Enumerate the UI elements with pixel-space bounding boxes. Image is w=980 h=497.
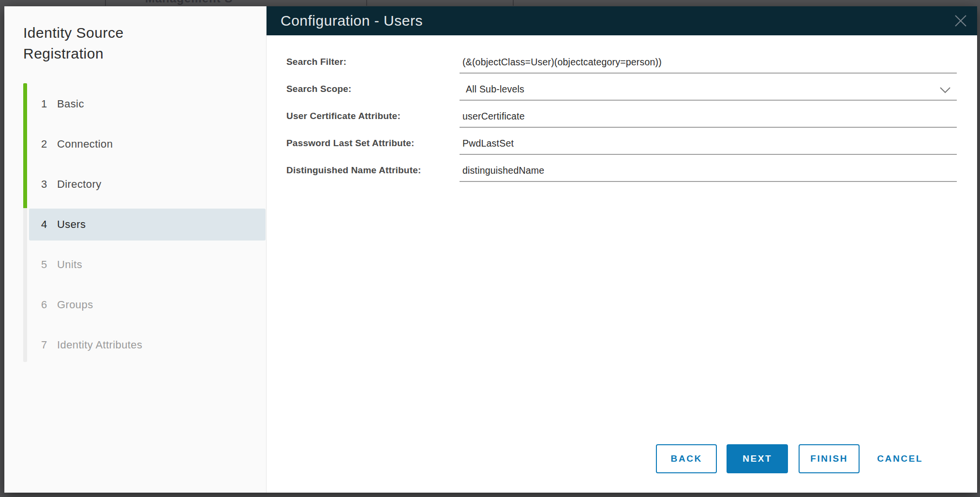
- search-filter-label: Search Filter:: [286, 55, 460, 69]
- user-certificate-attribute-value: userCertificate: [462, 111, 525, 121]
- step-number: 7: [41, 339, 57, 351]
- step-number: 2: [41, 138, 57, 151]
- wizard-step-groups[interactable]: 6 Groups: [29, 289, 266, 321]
- step-number: 6: [41, 299, 57, 311]
- search-scope-row: Search Scope: All Sub-levels: [286, 82, 957, 101]
- step-label: Connection: [57, 138, 113, 151]
- background-divider: [105, 0, 106, 6]
- step-label: Basic: [57, 98, 84, 110]
- search-scope-select[interactable]: All Sub-levels: [460, 82, 957, 101]
- step-label: Users: [57, 218, 86, 231]
- user-certificate-attribute-row: User Certificate Attribute: userCertific…: [286, 109, 957, 128]
- configuration-panel: Configuration - Users Search Filter: (&(…: [267, 6, 977, 493]
- search-filter-row: Search Filter: (&(objectClass=User)(obje…: [286, 55, 957, 74]
- wizard-step-basic[interactable]: 1 Basic: [29, 88, 266, 120]
- wizard-step-connection[interactable]: 2 Connection: [29, 128, 266, 160]
- dialog-header: Configuration - Users: [267, 6, 977, 35]
- users-configuration-form: Search Filter: (&(objectClass=User)(obje…: [267, 35, 977, 191]
- distinguished-name-attribute-row: Distinguished Name Attribute: distinguis…: [286, 164, 957, 182]
- step-label: Groups: [57, 299, 93, 311]
- wizard-step-users[interactable]: 4 Users: [29, 209, 266, 241]
- dialog-title: Configuration - Users: [281, 13, 423, 29]
- wizard-steps-list: 1 Basic 2 Connection 3 Directory 4 Users…: [4, 88, 266, 369]
- step-number: 1: [41, 98, 57, 110]
- wizard-title: Identity Source Registration: [23, 22, 197, 64]
- password-last-set-attribute-row: Password Last Set Attribute: PwdLastSet: [286, 136, 957, 155]
- next-button[interactable]: NEXT: [727, 444, 788, 473]
- wizard-step-identity-attributes[interactable]: 7 Identity Attributes: [29, 329, 266, 361]
- step-label: Directory: [57, 178, 102, 191]
- distinguished-name-attribute-value: distinguishedName: [462, 165, 544, 176]
- distinguished-name-attribute-input[interactable]: distinguishedName: [460, 164, 957, 182]
- password-last-set-attribute-label: Password Last Set Attribute:: [286, 136, 460, 150]
- step-number: 3: [41, 178, 57, 191]
- search-filter-value: (&(objectClass=User)(objectcategory=pers…: [462, 57, 662, 67]
- distinguished-name-attribute-label: Distinguished Name Attribute:: [286, 164, 460, 177]
- step-number: 5: [41, 258, 57, 271]
- background-page-text: Management S: [145, 0, 233, 5]
- password-last-set-attribute-value: PwdLastSet: [462, 138, 514, 149]
- back-button[interactable]: BACK: [656, 444, 717, 473]
- user-certificate-attribute-input[interactable]: userCertificate: [460, 109, 957, 128]
- close-icon[interactable]: [952, 13, 969, 29]
- password-last-set-attribute-input[interactable]: PwdLastSet: [460, 136, 957, 155]
- step-label: Identity Attributes: [57, 339, 142, 351]
- search-scope-value: All Sub-levels: [466, 84, 524, 94]
- search-scope-label: Search Scope:: [286, 82, 460, 96]
- finish-button[interactable]: FINISH: [799, 444, 860, 473]
- background-divider: [366, 0, 367, 6]
- wizard-step-directory[interactable]: 3 Directory: [29, 168, 266, 200]
- wizard-nav-panel: Identity Source Registration 1 Basic 2 C…: [4, 6, 267, 493]
- step-number: 4: [41, 218, 57, 231]
- cancel-button[interactable]: CANCEL: [876, 444, 924, 473]
- search-filter-input[interactable]: (&(objectClass=User)(objectcategory=pers…: [460, 55, 957, 74]
- dialog-footer: BACK NEXT FINISH CANCEL: [656, 444, 924, 473]
- background-divider: [513, 0, 514, 6]
- chevron-down-icon: [939, 87, 951, 95]
- identity-source-registration-dialog: Identity Source Registration 1 Basic 2 C…: [4, 6, 977, 493]
- step-label: Units: [57, 258, 82, 271]
- user-certificate-attribute-label: User Certificate Attribute:: [286, 109, 460, 123]
- wizard-step-units[interactable]: 5 Units: [29, 249, 266, 281]
